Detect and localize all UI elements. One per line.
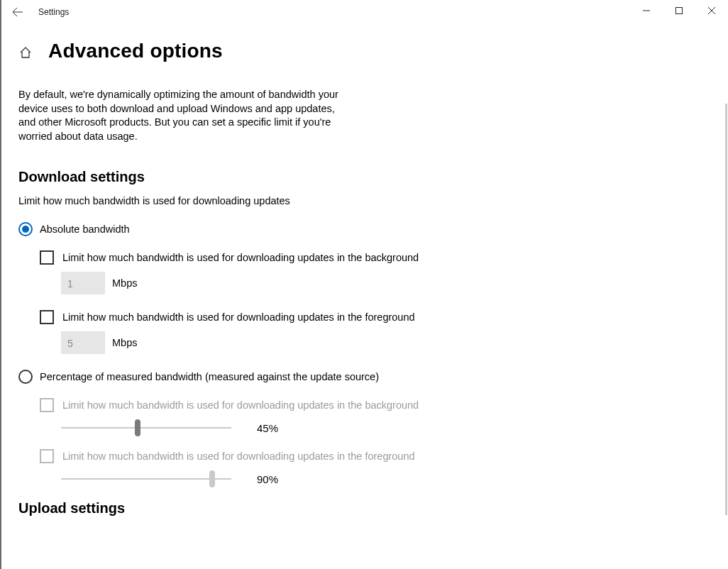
fg-mbps-row: 5 Mbps [61, 331, 680, 354]
intro-text: By default, we're dynamically optimizing… [18, 88, 345, 143]
bg-mbps-row: 1 Mbps [61, 272, 680, 294]
fg-limit-absolute-label: Limit how much bandwidth is used for dow… [62, 311, 415, 323]
radio-absolute-bandwidth[interactable]: Absolute bandwidth [18, 222, 680, 236]
checkbox-icon [40, 398, 54, 412]
bg-limit-percentage-label: Limit how much bandwidth is used for dow… [62, 399, 419, 411]
titlebar: Settings [1, 0, 728, 24]
window-title: Settings [34, 7, 69, 17]
minimize-button[interactable] [630, 0, 663, 21]
checkbox-bg-limit-percentage: Limit how much bandwidth is used for dow… [40, 398, 680, 412]
absolute-bandwidth-options: Limit how much bandwidth is used for dow… [40, 250, 680, 354]
page-body: By default, we're dynamically optimizing… [1, 68, 697, 516]
back-button[interactable] [1, 0, 34, 24]
svg-rect-0 [676, 8, 683, 14]
bg-percentage-slider [61, 419, 231, 436]
radio-absolute-label: Absolute bandwidth [40, 223, 130, 235]
fg-mbps-input[interactable]: 5 [61, 331, 105, 354]
bg-mbps-input[interactable]: 1 [61, 272, 105, 294]
fg-percentage-value: 90% [257, 473, 278, 485]
slider-track [61, 478, 231, 480]
checkbox-fg-limit-absolute[interactable]: Limit how much bandwidth is used for dow… [40, 310, 680, 324]
slider-thumb[interactable] [209, 470, 215, 487]
mbps-unit-label: Mbps [112, 337, 137, 348]
checkbox-icon [40, 310, 54, 324]
radio-icon [18, 370, 33, 384]
home-button[interactable] [18, 45, 33, 60]
bg-limit-absolute-label: Limit how much bandwidth is used for dow… [62, 252, 419, 263]
checkbox-bg-limit-absolute[interactable]: Limit how much bandwidth is used for dow… [40, 250, 680, 265]
page-header: Advanced options [1, 24, 728, 68]
download-settings-heading: Download settings [18, 169, 680, 185]
slider-thumb[interactable] [135, 419, 140, 436]
close-button[interactable] [695, 0, 728, 21]
radio-percentage-bandwidth[interactable]: Percentage of measured bandwidth (measur… [18, 370, 680, 384]
radio-percentage-label: Percentage of measured bandwidth (measur… [40, 371, 379, 382]
slider-track [61, 427, 231, 429]
home-icon [19, 46, 32, 59]
settings-window: Settings Advanced options By default, [0, 0, 728, 569]
close-icon [708, 7, 715, 14]
page-title: Advanced options [48, 40, 223, 62]
fg-percentage-slider-row: 90% [61, 470, 680, 487]
checkbox-fg-limit-percentage: Limit how much bandwidth is used for dow… [40, 449, 680, 463]
mbps-unit-label: Mbps [112, 277, 137, 289]
vertical-scrollbar[interactable] [725, 104, 727, 515]
checkbox-icon [40, 250, 54, 265]
fg-percentage-slider [61, 470, 231, 487]
fg-limit-percentage-label: Limit how much bandwidth is used for dow… [62, 451, 415, 462]
upload-settings-heading: Upload settings [18, 500, 680, 516]
content-area: Advanced options By default, we're dynam… [1, 24, 728, 569]
bg-percentage-slider-row: 45% [61, 419, 680, 436]
radio-icon [18, 222, 33, 236]
maximize-icon [675, 7, 683, 14]
back-arrow-icon [12, 6, 23, 18]
system-buttons [630, 0, 728, 21]
percentage-bandwidth-options: Limit how much bandwidth is used for dow… [40, 398, 680, 487]
minimize-icon [643, 7, 650, 14]
bg-percentage-value: 45% [257, 422, 278, 434]
checkbox-icon [40, 449, 54, 463]
maximize-button[interactable] [663, 0, 695, 21]
download-settings-subtext: Limit how much bandwidth is used for dow… [18, 195, 680, 206]
